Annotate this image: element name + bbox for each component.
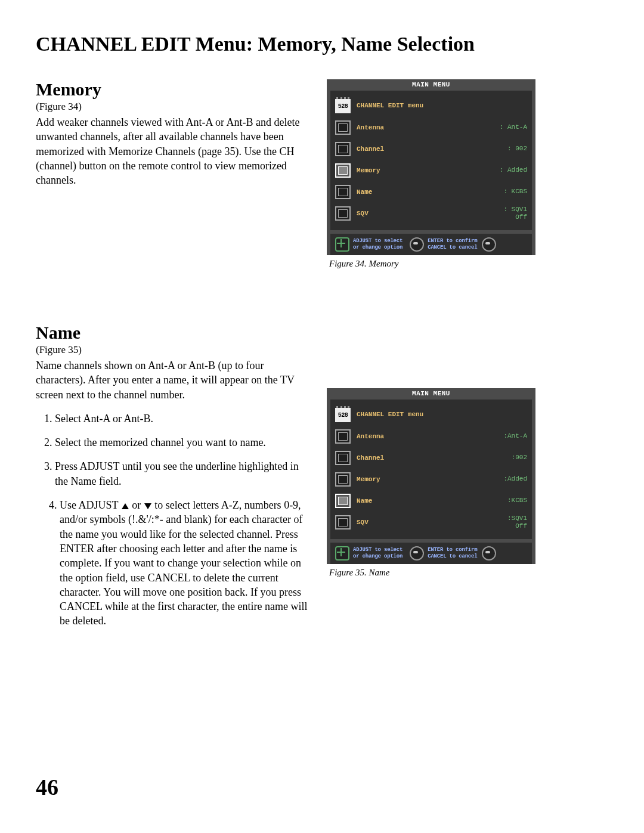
footer-adjust-line2: or change option	[353, 553, 402, 560]
antenna-value: :Ant-A	[503, 432, 527, 440]
name-figref: (Figure 35)	[36, 344, 310, 356]
name-body: Name channels shown on Ant-A or Ant-B (u…	[36, 358, 310, 402]
memory-value: : Added	[500, 166, 527, 174]
memory-label: Memory	[357, 167, 494, 174]
step-4: Use ADJUST or to select letters A-Z, num…	[60, 498, 310, 628]
antenna-label: Antenna	[357, 433, 497, 440]
figure-34-osd: MAIN MENU 528 CHANNEL EDIT menu Antenna …	[327, 79, 535, 255]
footer-adjust-line1: ADJUST to select	[353, 238, 402, 244]
square-icon	[335, 120, 351, 135]
footer-enter: ENTER to confirm	[428, 547, 477, 553]
square-icon	[335, 185, 351, 199]
channel-label: Channel	[357, 145, 501, 153]
footer-cancel: CANCEL to cancel	[428, 553, 477, 560]
figure-34-caption: Figure 34. Memory	[329, 259, 547, 269]
osd-main-title: MAIN MENU	[327, 79, 535, 91]
square-icon	[335, 451, 351, 465]
adjust-icon	[335, 546, 349, 561]
figure-35-caption: Figure 35. Name	[329, 568, 547, 578]
step-1: Select Ant-A or Ant-B.	[55, 411, 310, 426]
memory-label: Memory	[357, 476, 497, 483]
step-3: Press ADJUST until you see the underline…	[55, 459, 310, 488]
sqv-label: SQV	[357, 210, 497, 217]
memory-figref: (Figure 34)	[36, 101, 310, 113]
antenna-label: Antenna	[357, 124, 494, 131]
square-icon	[335, 429, 351, 444]
adjust-icon	[335, 237, 349, 252]
footer-adjust-line2: or change option	[353, 244, 402, 251]
memory-heading: Memory	[36, 79, 310, 100]
enter-button-icon	[410, 237, 424, 252]
name-label: Name	[357, 188, 497, 196]
memory-value: :Added	[503, 475, 527, 483]
square-icon	[335, 494, 351, 508]
channel-value: :002	[512, 454, 527, 462]
antenna-value: : Ant-A	[500, 123, 527, 131]
arrow-up-icon	[122, 503, 129, 509]
step-2: Select the memorized channel you want to…	[55, 435, 310, 450]
enter-button-icon	[410, 546, 424, 561]
cancel-button-icon	[482, 237, 496, 252]
page-title: CHANNEL EDIT Menu: Memory, Name Selectio…	[36, 33, 608, 55]
name-value: :KCBS	[507, 497, 527, 504]
figure-35-osd: MAIN MENU 528 CHANNEL EDIT menu Antenna …	[327, 388, 535, 564]
channel-528-icon: 528	[335, 408, 351, 422]
page-number: 46	[36, 774, 58, 800]
memory-body: Add weaker channels viewed with Ant-A or…	[36, 115, 310, 187]
name-label: Name	[357, 497, 501, 504]
osd-submenu-title: CHANNEL EDIT menu	[357, 409, 423, 422]
channel-label: Channel	[357, 454, 506, 462]
square-icon	[335, 472, 351, 487]
channel-528-icon: 528	[335, 99, 351, 113]
square-icon	[335, 515, 351, 529]
osd-main-title: MAIN MENU	[327, 388, 535, 400]
name-value: : KCBS	[503, 188, 527, 196]
footer-enter: ENTER to confirm	[428, 238, 477, 244]
sqv-value: : SQV1 Off	[503, 206, 527, 221]
arrow-down-icon	[144, 503, 151, 509]
sqv-label: SQV	[357, 519, 501, 526]
square-icon	[335, 163, 351, 178]
square-icon	[335, 206, 351, 221]
name-heading: Name	[36, 323, 310, 343]
footer-cancel: CANCEL to cancel	[428, 244, 477, 251]
channel-value: : 002	[507, 145, 527, 153]
osd-submenu-title: CHANNEL EDIT menu	[357, 100, 423, 113]
sqv-value: :SQV1 Off	[507, 515, 527, 530]
square-icon	[335, 142, 351, 156]
cancel-button-icon	[482, 546, 496, 561]
footer-adjust-line1: ADJUST to select	[353, 547, 402, 553]
